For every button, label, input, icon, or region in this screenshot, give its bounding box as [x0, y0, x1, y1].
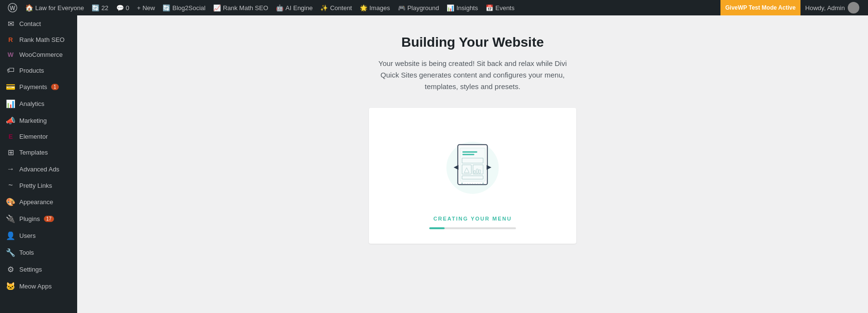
adminbar-content[interactable]: ✨ Content	[316, 0, 356, 15]
progress-bar-container	[429, 227, 516, 229]
adminbar-rankmath[interactable]: 📈 Rank Math SEO	[209, 0, 272, 15]
marketing-icon: 📣	[6, 116, 15, 125]
advancedads-icon: →	[6, 165, 15, 173]
adminbar-updates[interactable]: 🔄 22	[88, 0, 112, 15]
svg-text:W: W	[10, 5, 15, 12]
elementor-icon: E	[6, 133, 15, 140]
sidebar-item-prettylinks[interactable]: ~ Pretty Links	[0, 177, 77, 194]
adminbar-blog2social[interactable]: 🔄 Blog2Social	[159, 0, 209, 15]
svg-point-18	[461, 183, 463, 184]
sidebar-item-meowapps[interactable]: 🐱 Meow Apps	[0, 278, 77, 295]
images-icon: 🌟	[360, 4, 367, 12]
adminbar-givewp[interactable]: GiveWP Test Mode Active	[720, 0, 800, 15]
adminbar-aiengine[interactable]: 🤖 AI Engine	[272, 0, 316, 15]
svg-text:▶: ▶	[487, 164, 491, 170]
plugins-badge: 17	[44, 216, 54, 222]
rankmath-icon: 📈	[213, 4, 221, 12]
sidebar-item-tools[interactable]: 🔧 Tools	[0, 244, 77, 261]
adminbar-comments[interactable]: 💬 0	[112, 0, 133, 15]
events-icon: 📅	[486, 4, 493, 12]
templates-icon: ⊞	[6, 148, 15, 157]
svg-rect-8	[462, 154, 475, 156]
contact-icon: ✉	[6, 19, 15, 28]
sidebar-item-rankmath[interactable]: R Rank Math SEO	[0, 32, 77, 47]
prettylinks-icon: ~	[6, 181, 15, 190]
aiengine-icon: 🤖	[276, 4, 284, 12]
page-subtitle: Your website is being created! Sit back …	[371, 58, 574, 92]
comments-icon: 💬	[116, 4, 124, 12]
main-content: Building Your Website Your website is be…	[77, 15, 868, 313]
sidebar-item-marketing[interactable]: 📣 Marketing	[0, 112, 77, 129]
rankmath-icon: R	[6, 36, 15, 43]
sidebar-item-appearance[interactable]: 🎨 Appearance	[0, 194, 77, 210]
adminbar-events[interactable]: 📅 Events	[482, 0, 518, 15]
adminbar-new[interactable]: + New	[133, 0, 159, 15]
adminbar-howdy[interactable]: Howdy, Admin	[800, 0, 864, 15]
adminbar-playground[interactable]: 🎮 Playground	[394, 0, 443, 15]
content-icon: ✨	[320, 4, 328, 12]
plugins-icon: 🔌	[6, 214, 15, 223]
sidebar-item-elementor[interactable]: E Elementor	[0, 129, 77, 144]
meowapps-icon: 🐱	[6, 282, 15, 291]
progress-bar-fill	[429, 227, 445, 229]
page-title: Building Your Website	[401, 35, 544, 50]
sidebar-item-settings[interactable]: ⚙ Settings	[0, 261, 77, 278]
adminbar-wp-logo[interactable]: W	[4, 0, 21, 15]
adminbar-site-name[interactable]: 🏠 Law for Everyone	[21, 0, 88, 15]
updates-icon: 🔄	[92, 4, 99, 12]
tablet-illustration: ◀ ▶	[439, 127, 506, 204]
adminbar-insights[interactable]: 📊 Insights	[443, 0, 482, 15]
users-icon: 👤	[6, 231, 15, 240]
sidebar-item-woocommerce[interactable]: W WooCommerce	[0, 47, 77, 62]
payments-icon: 💳	[6, 82, 15, 91]
svg-text:◀: ◀	[453, 164, 459, 170]
admin-sidebar: ✉ Contact R Rank Math SEO W WooCommerce …	[0, 15, 77, 313]
avatar	[848, 2, 859, 13]
sidebar-item-payments[interactable]: 💳 Payments 1	[0, 78, 77, 95]
add-icon: +	[137, 4, 141, 12]
build-card: ◀ ▶	[369, 108, 576, 244]
sidebar-item-products[interactable]: 🏷 Products	[0, 62, 77, 78]
sidebar-item-users[interactable]: 👤 Users	[0, 227, 77, 244]
svg-point-19	[482, 183, 484, 184]
products-icon: 🏷	[6, 66, 15, 75]
adminbar-images[interactable]: 🌟 Images	[356, 0, 394, 15]
sidebar-item-plugins[interactable]: 🔌 Plugins 17	[0, 210, 77, 227]
blog2social-icon: 🔄	[163, 4, 170, 12]
appearance-icon: 🎨	[6, 197, 15, 207]
admin-bar: W 🏠 Law for Everyone 🔄 22 💬 0 + New 🔄 Bl…	[0, 0, 868, 15]
playground-icon: 🎮	[398, 4, 406, 12]
payments-badge: 1	[51, 84, 59, 90]
sidebar-item-templates[interactable]: ⊞ Templates	[0, 144, 77, 161]
insights-icon: 📊	[447, 4, 454, 12]
svg-rect-7	[462, 151, 477, 153]
status-label: CREATING YOUR MENU	[434, 216, 512, 222]
home-icon: 🏠	[25, 4, 33, 12]
sidebar-item-advancedads[interactable]: → Advanced Ads	[0, 161, 77, 177]
tools-icon: 🔧	[6, 248, 15, 257]
sidebar-item-contact[interactable]: ✉ Contact	[0, 15, 77, 32]
sidebar-item-analytics[interactable]: 📊 Analytics	[0, 95, 77, 112]
analytics-icon: 📊	[6, 99, 15, 108]
settings-icon: ⚙	[6, 265, 15, 274]
woocommerce-icon: W	[6, 51, 15, 58]
